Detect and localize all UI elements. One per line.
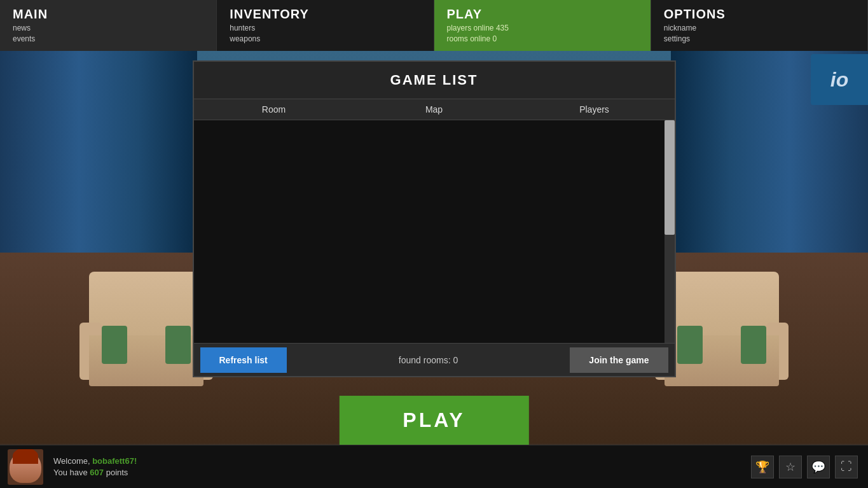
trophy-icon-button[interactable]: 🏆 — [751, 456, 774, 478]
nav-sub-options: nicknamesettings — [664, 23, 696, 45]
nav-sub-inventory: huntersweapons — [230, 23, 260, 45]
game-list-title: GAME LIST — [194, 62, 675, 99]
bottom-right-icons: 🏆 ☆ 💬 ⛶ — [751, 456, 858, 478]
player-info: Welcome, bobafett67! You have 607 points — [53, 456, 137, 477]
col-header-map: Map — [354, 104, 514, 115]
welcome-text: Welcome, bobafett67! — [53, 456, 137, 466]
play-button[interactable]: PLAY — [339, 396, 528, 445]
game-list-header: Room Map Players — [194, 99, 675, 120]
scrollbar-thumb[interactable] — [665, 120, 675, 235]
sofa-left — [89, 272, 203, 412]
nav-sub-main: newsevents — [13, 23, 35, 45]
nav-title-inventory: INVENTORY — [230, 7, 309, 22]
player-avatar — [8, 449, 43, 485]
points-value: 607 — [90, 468, 104, 477]
chat-icon: 💬 — [811, 460, 825, 474]
trophy-icon: 🏆 — [755, 460, 769, 474]
nav-title-main: MAIN — [13, 7, 48, 22]
chat-icon-button[interactable]: 💬 — [807, 456, 830, 478]
bottom-bar: Welcome, bobafett67! You have 607 points… — [0, 445, 868, 488]
nav-title-play: PLAY — [447, 7, 483, 22]
nav-item-inventory[interactable]: INVENTORY huntersweapons — [217, 0, 434, 51]
nav-sub-play: players online 435rooms online 0 — [447, 23, 509, 45]
game-list-footer: Refresh list found rooms: 0 Join the gam… — [194, 343, 675, 376]
play-button-container: PLAY — [339, 396, 528, 445]
scrollbar[interactable] — [665, 120, 675, 343]
points-prefix: You have — [53, 468, 90, 477]
welcome-prefix: Welcome, — [53, 456, 92, 466]
join-game-button[interactable]: Join the game — [570, 347, 668, 373]
avatar-face — [10, 451, 41, 483]
refresh-list-button[interactable]: Refresh list — [200, 347, 287, 373]
avatar-hair — [13, 449, 38, 464]
navbar: MAIN newsevents INVENTORY huntersweapons… — [0, 0, 868, 51]
expand-icon-button[interactable]: ⛶ — [835, 456, 858, 478]
nav-item-options[interactable]: OPTIONS nicknamesettings — [651, 0, 868, 51]
nav-title-options: OPTIONS — [664, 7, 726, 22]
col-header-room: Room — [194, 104, 354, 115]
points-suffix: points — [104, 468, 128, 477]
star-icon: ☆ — [785, 460, 796, 474]
nav-item-main[interactable]: MAIN newsevents — [0, 0, 217, 51]
expand-icon: ⛶ — [841, 460, 852, 473]
star-icon-button[interactable]: ☆ — [779, 456, 802, 478]
points-text: You have 607 points — [53, 468, 137, 477]
nav-item-play[interactable]: PLAY players online 435rooms online 0 — [434, 0, 651, 51]
game-logo: io — [811, 54, 868, 105]
sofa-right — [665, 272, 779, 412]
game-list-body — [194, 120, 675, 343]
username: bobafett67! — [92, 456, 137, 466]
col-header-players: Players — [514, 104, 675, 115]
found-rooms-text: found rooms: 0 — [293, 355, 564, 365]
game-list-panel: GAME LIST Room Map Players Refresh list … — [193, 60, 676, 377]
